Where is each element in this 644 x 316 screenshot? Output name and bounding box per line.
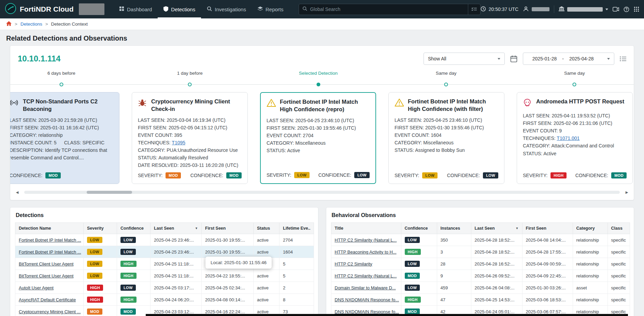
capture-icon[interactable] — [613, 7, 619, 12]
detections-panel: Detections Detection Name Severity Confi… — [10, 207, 318, 316]
last-seen-cell: 2025-04-25 11:18:... — [151, 270, 202, 282]
home-icon[interactable] — [6, 21, 12, 27]
confidence-badge: HIGH — [120, 273, 137, 279]
sort-desc-icon[interactable]: ▼ — [195, 227, 198, 230]
table-row[interactable]: HTTP C2 Similarity (Natural L... MOD 9 2… — [331, 270, 630, 282]
col-class[interactable]: Class — [607, 223, 630, 234]
detections-panel-title: Detections — [10, 212, 318, 222]
table-row[interactable]: AsyncRAT Default Certificate HIGH HIGH 2… — [15, 294, 314, 306]
user-menu[interactable] — [523, 6, 549, 13]
technique-link[interactable]: T1095 — [172, 140, 185, 145]
table-row[interactable]: HTTP C2 Similarity LOW 28 2025-04-28 16:… — [331, 258, 630, 270]
col-status[interactable]: Status — [254, 223, 280, 234]
apps-grid-icon[interactable] — [634, 6, 639, 12]
tenant-menu[interactable] — [559, 6, 608, 13]
col-severity[interactable]: Severity — [84, 223, 117, 234]
col-confidence[interactable]: Confidence — [117, 223, 151, 234]
col-category[interactable]: Category — [573, 223, 607, 234]
date-range-select[interactable]: 2025-01-28 - 2025-04-28 — [523, 53, 614, 65]
observation-title-link[interactable]: Domain Similar to Malware D... — [335, 285, 396, 290]
detection-card-botnet-repro-selected[interactable]: Fortinet Botnet IP Intel Match High Conf… — [260, 92, 376, 184]
date-separator: - — [562, 56, 564, 61]
nav-item-dashboard[interactable]: Dashboard — [113, 0, 158, 18]
severity-badge: MOD — [166, 172, 181, 178]
last-seen-cell: 2025-04-25 14:53:... — [471, 294, 522, 306]
observation-title-link[interactable]: DNS NXDOMAIN Response fo... — [335, 297, 399, 302]
col-lifetime-events[interactable]: Lifetime Eve.. — [280, 223, 314, 234]
detection-name-link[interactable]: Fortinet Botnet IP Intel Match ... — [19, 249, 81, 255]
instances-cell: 28 — [437, 258, 471, 270]
card-last-seen: LAST SEEN: 2025-04-25 23:46:10 (UTC) — [395, 116, 498, 124]
observation-title-link[interactable]: HTTP Beaconing Activity to H... — [335, 249, 397, 255]
show-all-value: Show All — [428, 56, 446, 61]
table-row[interactable]: Fortinet Botnet IP Intel Match ... LOW L… — [15, 246, 314, 258]
breadcrumb-current: Detection Context — [51, 21, 88, 27]
detection-name-link[interactable]: Fortinet Botnet IP Intel Match ... — [19, 238, 81, 243]
warning-icon — [395, 98, 404, 113]
list-options-icon[interactable] — [620, 56, 626, 61]
table-row[interactable]: Fortinet Botnet IP Intel Match ... LOW L… — [15, 234, 314, 246]
col-last-seen[interactable]: Last Seen▼ — [151, 223, 202, 234]
panel-controls: Show All 2025-01-28 - 2025-04-28 — [424, 53, 626, 65]
detection-card-crypto-mining[interactable]: Cryptocurrency Mining Client Check-in LA… — [132, 92, 248, 184]
scrollbar-thumb[interactable] — [87, 191, 132, 194]
nav-item-detections[interactable]: Detections — [158, 0, 201, 18]
detection-name-link[interactable]: BitTorrent Client User Agent — [19, 261, 73, 267]
severity-label: SEVERITY: — [138, 173, 162, 178]
detection-name-link[interactable]: AsyncRAT Default Certificate — [19, 297, 76, 302]
calendar-icon[interactable] — [510, 55, 517, 62]
col-detection-name[interactable]: Detection Name — [15, 223, 84, 234]
instances-cell: 3 — [437, 246, 471, 258]
breadcrumb-link-detections[interactable]: Detections — [20, 21, 42, 27]
sort-desc-icon[interactable]: ▼ — [516, 227, 519, 230]
last-seen-cell: 2025-04-25 23:46:... — [151, 246, 202, 258]
instances-cell: 350 — [437, 234, 471, 246]
detection-card-andromeda[interactable]: Andromeda HTTP POST Request LAST SEEN: 2… — [517, 92, 633, 184]
severity-badge: LOW — [87, 273, 102, 279]
detection-card-tcp-beaconing[interactable]: TCP Non-Standard Ports C2 Beaconing LAST… — [10, 92, 119, 184]
timeline-dot[interactable] — [59, 83, 63, 86]
timeline-dot-selected[interactable] — [316, 83, 320, 86]
scroll-right-icon[interactable]: ► — [623, 190, 630, 195]
col-first-seen[interactable]: First Seen — [202, 223, 254, 234]
clock-icon — [481, 6, 486, 13]
nav-label: Dashboard — [127, 6, 152, 12]
col-instances[interactable]: Instances — [437, 223, 471, 234]
table-row[interactable]: DNS NXDOMAIN Response fo... HIGH 47 2025… — [331, 294, 630, 306]
help-icon[interactable] — [624, 6, 629, 12]
observation-title-link[interactable]: HTTP C2 Similarity (Natural L... — [335, 238, 397, 243]
detection-name-link[interactable]: BitTorrent Client User Agent — [19, 273, 73, 278]
bug-icon — [138, 98, 147, 113]
global-search-input[interactable] — [307, 6, 468, 12]
detection-name-link[interactable]: AutoIt User Agent — [19, 285, 54, 290]
table-row[interactable]: HTTP C2 Similarity (Natural L... LOW 350… — [331, 234, 630, 246]
table-row[interactable]: HTTP Beaconing Activity to H... HIGH 3 2… — [331, 246, 630, 258]
table-row[interactable]: AutoIt User Agent HIGH LOW 2025-04-25 03… — [15, 282, 314, 294]
nav-item-reports[interactable]: Reports — [252, 0, 289, 18]
observation-title-link[interactable]: HTTP C2 Similarity — [335, 261, 372, 267]
brand: FortiNDR Cloud — [5, 3, 73, 16]
timeline-dot[interactable] — [444, 83, 448, 86]
observation-title-link[interactable]: DNS NXDOMAIN Response fo... — [335, 309, 399, 314]
nav-item-investigations[interactable]: Investigations — [201, 0, 252, 18]
technique-link[interactable]: T1071.001 — [557, 135, 579, 141]
scrollbar-track[interactable] — [24, 191, 620, 194]
page-title: Related Detections and Observations — [6, 34, 644, 42]
search-filter-icon[interactable] — [468, 4, 480, 15]
col-title[interactable]: Title — [331, 223, 401, 234]
show-all-select[interactable]: Show All — [424, 53, 505, 65]
entity-ip[interactable]: 10.10.1.114 — [18, 54, 60, 63]
detection-name-link[interactable]: Cryptocurrency Mining Client ... — [19, 309, 81, 314]
table-row[interactable]: Domain Similar to Malware D... LOW 459 2… — [331, 282, 630, 294]
observation-title-link[interactable]: HTTP C2 Similarity (Natural L... — [335, 273, 397, 278]
scroll-left-icon[interactable]: ◄ — [14, 190, 21, 195]
col-last-seen[interactable]: Last Seen▼ — [471, 223, 522, 234]
timeline-dot[interactable] — [573, 83, 576, 86]
table-row[interactable]: BitTorrent Client User Agent LOW HIGH 20… — [15, 270, 314, 282]
detection-card-botnet-filter[interactable]: Fortinet Botnet IP Intel Match High Conf… — [388, 92, 504, 184]
timeline-dot[interactable] — [188, 83, 192, 86]
card-category: CATEGORY: Miscellaneous — [267, 139, 370, 147]
timeline-line — [10, 84, 634, 85]
col-confidence[interactable]: Confidence — [401, 223, 437, 234]
col-first-seen[interactable]: First Seen — [522, 223, 573, 234]
